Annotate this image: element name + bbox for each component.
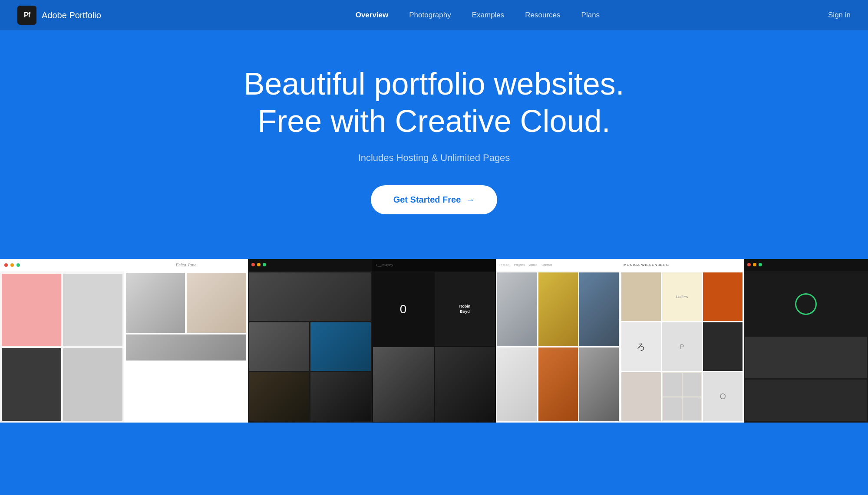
portfolio-item-4: T__Murphy 0 RobinBoyd xyxy=(372,258,496,423)
nav-resources[interactable]: Resources xyxy=(525,11,560,20)
portfolio-showcase: Erica Jane xyxy=(0,258,868,423)
nav-examples[interactable]: Examples xyxy=(472,11,505,20)
hero-title: Beautiful portfolio websites. Free with … xyxy=(244,65,624,140)
portfolio-5-name: PRTZN xyxy=(499,263,509,266)
adobe-portfolio-logo-icon: Pf xyxy=(17,6,36,25)
portfolio-6-title: MONICA WIESENBERG xyxy=(624,263,669,267)
portfolio-item-1 xyxy=(0,258,124,423)
nav-plans[interactable]: Plans xyxy=(581,11,600,20)
nav-overview[interactable]: Overview xyxy=(356,11,389,20)
logo-text: Adobe Portfolio xyxy=(42,10,101,20)
portfolio-item-5: PRTZN Projects About Contact xyxy=(496,258,620,423)
cta-arrow: → xyxy=(466,195,475,205)
portfolio-item-6: MONICA WIESENBERG Letters ろ P O xyxy=(620,258,744,423)
cta-button[interactable]: Get Started Free → xyxy=(371,185,498,214)
sign-in-link[interactable]: Sign in xyxy=(828,11,851,20)
nav-photography[interactable]: Photography xyxy=(409,11,451,20)
portfolio-item-3 xyxy=(248,258,372,423)
portfolio-item-7 xyxy=(744,258,868,423)
main-nav: Overview Photography Examples Resources … xyxy=(127,11,828,20)
portfolio-2-name: Erica Jane xyxy=(175,262,196,267)
logo-area[interactable]: Pf Adobe Portfolio xyxy=(17,6,101,25)
hero-section: Beautiful portfolio websites. Free with … xyxy=(0,30,868,240)
hero-subtitle: Includes Hosting & Unlimited Pages xyxy=(358,152,510,164)
portfolio-item-2: Erica Jane xyxy=(124,258,248,423)
cta-label: Get Started Free xyxy=(393,195,461,205)
header: Pf Adobe Portfolio Overview Photography … xyxy=(0,0,868,30)
